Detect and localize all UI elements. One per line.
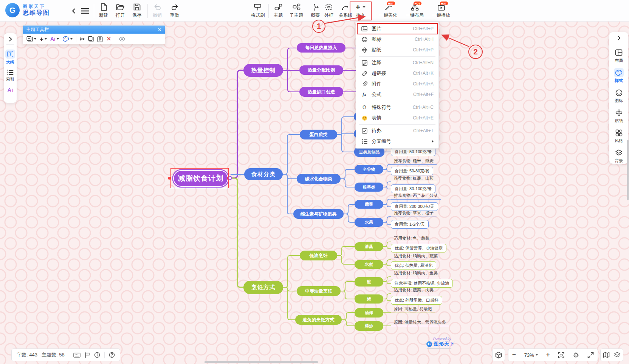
mindmap-node-b3c2g1[interactable]: 煎 [355, 277, 383, 287]
mindmap-leaf-l5[interactable]: 食用量: 80-100克/餐 [391, 184, 435, 193]
format-painter-button[interactable]: 格式刷 [249, 3, 267, 19]
expand-left-panel-button[interactable] [8, 37, 13, 42]
mindmap-node-central[interactable]: 减脂饮食计划 [173, 170, 228, 187]
ai-tools-button[interactable]: Ai [50, 36, 59, 42]
branch-junction-dot[interactable] [228, 176, 232, 180]
open-file-button[interactable]: 打开 [112, 3, 129, 19]
delete-button[interactable]: ✕ [106, 36, 111, 42]
boundary-button[interactable]: 外框 [321, 3, 337, 19]
panel-item-sticker[interactable]: 贴纸 [614, 108, 624, 124]
mindmap-leaf-l18[interactable]: 原因: 高热量, 易增肥 [391, 306, 435, 313]
menu-item-branch-numbering[interactable]: 分支编号 [356, 136, 438, 147]
panel-item-background[interactable]: 背景 [614, 148, 624, 164]
save-button[interactable]: 保存 [129, 3, 145, 19]
menu-item-attachment[interactable]: 附件 Ctrl+Alt+A [356, 79, 438, 89]
play-button[interactable]: HOT 一键播放 [429, 3, 453, 19]
fit-screen-button[interactable] [558, 352, 564, 358]
insert-button[interactable]: + 插入 [350, 3, 371, 19]
mindmap-leaf-l13[interactable]: 优点: 低热量, 易消化 [391, 261, 436, 270]
mindmap-node-b1c3[interactable]: 热量缺口创造 [299, 87, 343, 97]
menu-item-note[interactable]: 注释 Ctrl+Alt+N [356, 57, 438, 68]
mindmap-node-b2c3g2[interactable]: 水果 [355, 218, 383, 227]
mindmap-leaf-l10[interactable]: 适用食材: 鱼、蔬菜 [391, 235, 432, 242]
canvas-mode-button[interactable] [492, 349, 505, 361]
menu-item-icon[interactable]: 图标 Ctrl+Alt+I [356, 34, 438, 45]
mindmap-leaf-l12[interactable]: 适用食材: 鸡胸肉、蔬菜 [391, 253, 441, 260]
menu-item-hyperlink[interactable]: 超链接 Ctrl+Alt+K [356, 68, 438, 79]
mindmap-node-b2[interactable]: 食材分类 [244, 168, 283, 180]
mindmap-node-b2c1[interactable]: 蛋白质类 [300, 130, 337, 139]
sidebar-item-ai[interactable]: Ai [8, 87, 13, 93]
topic-button[interactable]: 主题 [270, 3, 287, 19]
new-file-button[interactable]: 新建 [95, 3, 112, 19]
mindmap-leaf-l19[interactable]: 原因: 油量较大、营养流失多 [391, 319, 449, 326]
zoom-out-button[interactable]: − [512, 351, 516, 359]
mindmap-leaf-l6[interactable]: 推荐食物: 西兰花、菠菜 [391, 192, 441, 200]
sidebar-item-index[interactable]: 索引 [6, 70, 14, 82]
panel-item-icon[interactable]: 图标 [614, 88, 624, 104]
mindmap-leaf-l11[interactable]: 优点: 保留营养、少油健康 [391, 244, 446, 252]
mindmap-node-b1c2[interactable]: 热量分配比例 [299, 65, 343, 75]
add-topic-button[interactable]: + [40, 36, 47, 42]
panel-item-style[interactable]: 样式 [614, 68, 624, 84]
mindmap-node-b2c3g1[interactable]: 蔬菜 [355, 200, 383, 209]
mindmap-leaf-l8[interactable]: 推荐食物: 苹果、橙子 [391, 210, 437, 217]
mindmap-leaf-l1[interactable]: 食用量: 50-100克/餐 [391, 147, 435, 156]
copy-button[interactable] [88, 36, 94, 42]
mindmap-leaf-l9[interactable]: 食用量: 1-2个/天 [391, 220, 429, 229]
mindmap-node-b2c2[interactable]: 碳水化合物类 [297, 174, 341, 184]
mindmap-node-b2c2g1[interactable]: 全谷物 [355, 165, 383, 174]
zoom-level[interactable]: 73% [524, 352, 538, 358]
mindmap-node-b3c3[interactable]: 避免的烹饪方式 [295, 315, 342, 325]
horizontal-scrollbar[interactable] [205, 361, 318, 363]
menu-item-todo[interactable]: 待办 Ctrl+Alt+T [356, 125, 438, 136]
fullscreen-button[interactable] [587, 352, 594, 358]
layers-button[interactable] [614, 352, 621, 358]
mindmap-node-b3c2g2[interactable]: 烤 [355, 294, 383, 304]
menu-item-formula[interactable]: fx 公式 Ctrl+Alt+F [356, 89, 438, 100]
topic-toolbar-titlebar[interactable]: 主题工具栏 ✕ [23, 26, 165, 34]
info-button[interactable] [94, 352, 100, 358]
menu-item-emoji[interactable]: 表情 Ctrl+Alt+E [356, 113, 438, 123]
mindmap-node-b1c1[interactable]: 每日总热量摄入 [297, 43, 345, 53]
clone-topic-button[interactable] [26, 36, 36, 42]
mindmap-leaf-l16[interactable]: 适用食材: 蔬菜、肉类 [391, 287, 437, 294]
ruler-button[interactable] [85, 352, 90, 358]
mindmap-leaf-l3[interactable]: 食用量: 50-80克/餐 [391, 167, 433, 175]
sidebar-item-outline[interactable]: T 大纲 [5, 50, 15, 65]
mindmap-node-b3c3g2[interactable]: 爆炒 [355, 321, 383, 331]
mindmap-leaf-l4[interactable]: 推荐食物: 红薯、山药 [391, 175, 437, 182]
menu-item-image[interactable]: 图片 Ctrl+Alt+P [356, 23, 438, 34]
mindmap-leaf-l2[interactable]: 推荐食物: 糙米、燕麦 [391, 158, 437, 165]
paste-button[interactable] [97, 36, 103, 42]
mindmap-node-b3[interactable]: 烹饪方式 [243, 281, 283, 294]
help-button[interactable] [109, 352, 115, 358]
mindmap-leaf-l14[interactable]: 适用食材: 鸡胸肉、鱼类 [391, 270, 441, 277]
cut-button[interactable]: ✂ [80, 36, 85, 43]
mindmap-node-b3c1g2[interactable]: 水煮 [355, 260, 383, 269]
mindmap-canvas[interactable]: 减脂饮食计划热量控制每日总热量摄入热量分配比例热量缺口创造食材分类蛋白质类豆类及… [0, 0, 629, 364]
menu-item-sticker[interactable]: 贴纸 Ctrl+Alt+P [356, 45, 438, 55]
vertical-scrollbar[interactable] [627, 140, 629, 200]
hide-button[interactable] [119, 37, 125, 42]
close-icon[interactable]: ✕ [158, 27, 162, 32]
mindmap-leaf-l17[interactable]: 优点: 外酥里嫩、口感好 [391, 296, 442, 305]
minimap-button[interactable] [603, 352, 610, 358]
mindmap-node-b2c2g2[interactable]: 根茎类 [355, 183, 383, 192]
menu-item-special-symbol[interactable]: Ω 特殊符号 Ctrl+Alt+C [356, 102, 438, 113]
beautify-button[interactable]: HOT 一键美化 [376, 3, 400, 19]
mindmap-node-b3c1[interactable]: 低油烹饪 [300, 251, 337, 260]
app-logo[interactable]: G 图形天下 思维导图 [5, 3, 50, 17]
mindmap-node-b3c2[interactable]: 中等油量烹饪 [297, 286, 341, 296]
locate-center-button[interactable] [573, 352, 579, 358]
expand-right-panel-button[interactable] [617, 36, 621, 40]
mindmap-node-b3c3g1[interactable]: 油炸 [355, 308, 383, 318]
auto-layout-button[interactable]: HOT 一键布局 [403, 3, 427, 19]
selection-handle-left[interactable] [168, 177, 171, 180]
main-menu-button[interactable] [80, 6, 90, 16]
color-palette-button[interactable] [62, 36, 73, 42]
collapse-toolbar-button[interactable] [69, 6, 79, 16]
mindmap-node-b2c3[interactable]: 维生素与矿物质类 [293, 209, 344, 219]
mindmap-node-b1[interactable]: 热量控制 [243, 64, 283, 77]
panel-item-layout[interactable]: 布局 [614, 48, 624, 64]
